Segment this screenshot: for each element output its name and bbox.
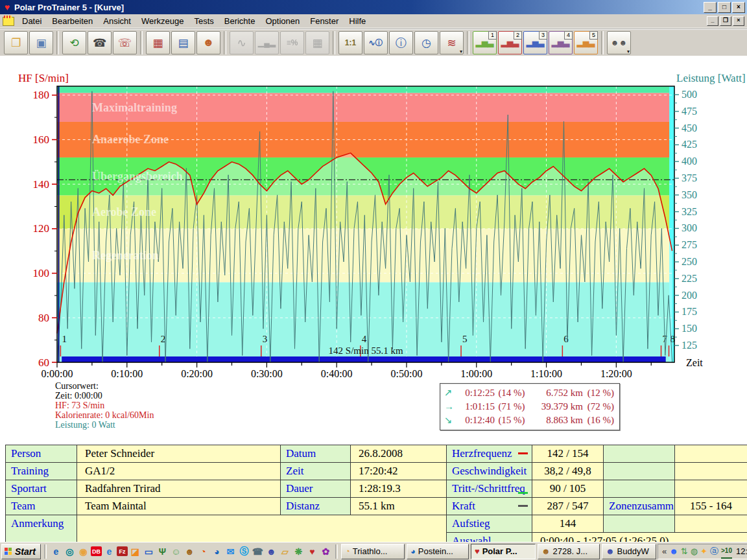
art-icon[interactable]: ❋ [292,545,305,557]
filezilla-icon[interactable]: Fz [117,546,128,556]
menu-datei[interactable]: Datei [17,15,47,27]
task-buddyw[interactable]: ☻BuddyW [602,544,656,559]
task-posteingang[interactable]: ◕Postein... [407,544,469,559]
title-bar: ♥ Polar ProTrainer 5 - [Kurve] _ □ × [0,0,747,14]
menu-tests[interactable]: Tests [189,15,219,27]
table-row: Team Team Maintal Distanz 55.1 km Kraft … [6,498,747,515]
child-restore-button[interactable]: ❐ [720,16,731,26]
ascent-summary-box: ↗0:12:25(14 %)6.752 km(12 %)→1:01:15(71 … [440,383,620,430]
save-button[interactable]: ▣ [29,31,53,54]
menu-hilfe[interactable]: Hilfe [344,15,371,27]
flat-arrow-icon: → [444,400,457,414]
db-bahn-icon[interactable]: DB [91,546,102,556]
phone-icon[interactable]: ☎ [252,545,264,557]
meter-icon[interactable]: >10 [721,544,732,559]
anmerkung-label: Anmerkung [6,515,77,543]
ie-icon[interactable]: e [50,545,62,557]
curve-view-button[interactable]: ∿ [230,31,254,54]
network-icon[interactable]: ⇅ [681,545,688,558]
smiley-icon[interactable]: ☻ [265,545,278,557]
view-1-button[interactable]: ▂▅▃1 [473,31,497,54]
person-data-button[interactable]: ☻ [196,31,220,54]
curve-info-button[interactable]: ∿ⓘ [364,31,388,54]
view-number-badge: 4 [564,31,573,40]
kraft-value: 287 / 547 [532,498,604,515]
sync-phone-icon: ⟲ [69,36,78,50]
sportart-value: Radfahren Trirad [77,480,281,498]
multi-curve-button[interactable]: ≋▾ [440,31,464,54]
office-icon[interactable]: ◪ [129,545,141,557]
menu-ansicht[interactable]: Ansicht [98,15,136,27]
open-file-button[interactable]: ❐ [4,31,28,54]
training-curve-chart[interactable]: 1234567860801001201401601801251501752002… [0,56,747,380]
start-button[interactable]: Start [1,544,41,559]
cadence-legend-dash [518,492,528,494]
frog-icon[interactable]: ☺ [170,545,182,557]
mail-icon[interactable]: ✉ [224,545,237,557]
close-button[interactable]: × [732,2,745,13]
view-4-button[interactable]: ▂▅▃4 [549,31,573,54]
child-window-icon[interactable] [3,17,14,26]
grid-icon: ▦ [312,36,322,50]
task-2728[interactable]: ☻2728. J... [538,544,600,559]
antivirus-icon[interactable]: ◍ [691,545,698,558]
menu-fenster[interactable]: Fenster [305,15,344,27]
view-number-badge: 3 [539,31,547,40]
monkey-icon[interactable]: ☻ [184,545,196,557]
table-view-button[interactable]: ▦ [305,31,329,54]
empty-label-cell [604,515,675,533]
maximize-button[interactable]: □ [718,2,731,13]
zoom-1-1-button[interactable]: 1:1 [338,31,362,54]
collapse-icon[interactable]: « [662,545,667,558]
svg-text:80: 80 [38,312,49,324]
transfer-button[interactable]: ☏ [113,31,137,54]
task-polar[interactable]: ♥Polar P... [471,544,536,559]
toolbar-separator [467,31,469,54]
skype-icon[interactable]: Ⓢ [238,545,250,557]
system-tray: «☻⇅◍✦ⓐ>10 12:00 [658,544,747,559]
lap-info-button[interactable]: ⓘ [389,31,413,54]
chrome-icon[interactable]: ◉ [77,545,89,557]
device-settings-button[interactable]: ☎ [88,31,112,54]
view-2-button[interactable]: ▂▅▃2 [498,31,522,54]
messenger-icon[interactable]: ☻ [669,545,678,558]
menu-optionen[interactable]: Optionen [260,15,305,27]
polar-heart-icon[interactable]: ♥ [306,545,318,557]
table-row: Person Peter Schneider Datum 26.8.2008 H… [6,445,747,463]
empty-value-cell [675,445,747,463]
child-close-button[interactable]: × [733,16,744,26]
quick-launch-bar: e◎◉DBeFz◪▭Ψ☺☻◔◕✉Ⓢ☎☻▱❋♥✿ [50,545,332,557]
navigator-icon[interactable]: ◎ [64,545,76,557]
kraft-legend-dash [518,505,528,507]
thunderbird-icon[interactable]: ◕ [211,545,223,557]
chart-3-icon: ▂▅▃ [527,38,545,47]
view-5-button[interactable]: ▂▅▃5 [574,31,598,54]
updater-icon[interactable]: ✦ [700,545,707,558]
sync-device-button[interactable]: ⟲ [62,31,86,54]
svg-text:6: 6 [563,334,569,344]
window-icon[interactable]: ▭ [143,545,155,557]
diary-button[interactable]: ▤ [171,31,195,54]
time-mode-button[interactable]: ◷ [414,31,438,54]
distribution-view-button[interactable]: ≡% [280,31,304,54]
menu-werkzeuge[interactable]: Werkzeuge [136,15,189,27]
flower-icon[interactable]: ✿ [320,545,332,557]
tools-icon[interactable]: Ψ [156,545,169,557]
persons-button[interactable]: ☻☻▾ [607,31,631,54]
menu-bearbeiten[interactable]: Bearbeiten [47,15,98,27]
geschwindigkeit-label: Geschwindigkeit [447,463,532,480]
view-3-button[interactable]: ▂▅▃3 [523,31,547,54]
child-minimize-button[interactable]: _ [707,16,718,26]
bar-view-button[interactable]: ▁▄▂ [255,31,279,54]
firefox-icon[interactable]: ◔ [197,545,209,557]
emule-icon[interactable]: e [103,545,115,557]
sportart-label: Sportart [6,480,77,498]
minimize-button[interactable]: _ [704,2,717,13]
folder-icon[interactable]: ▱ [279,545,291,557]
task-triathlon[interactable]: ◔Triathlo... [341,544,405,559]
svg-text:375: 375 [682,172,697,183]
a-icon[interactable]: ⓐ [710,545,718,558]
menu-berichte[interactable]: Berichte [219,15,261,27]
calendar-button[interactable]: ▦ [146,31,170,54]
svg-text:0:00:00: 0:00:00 [42,368,73,379]
